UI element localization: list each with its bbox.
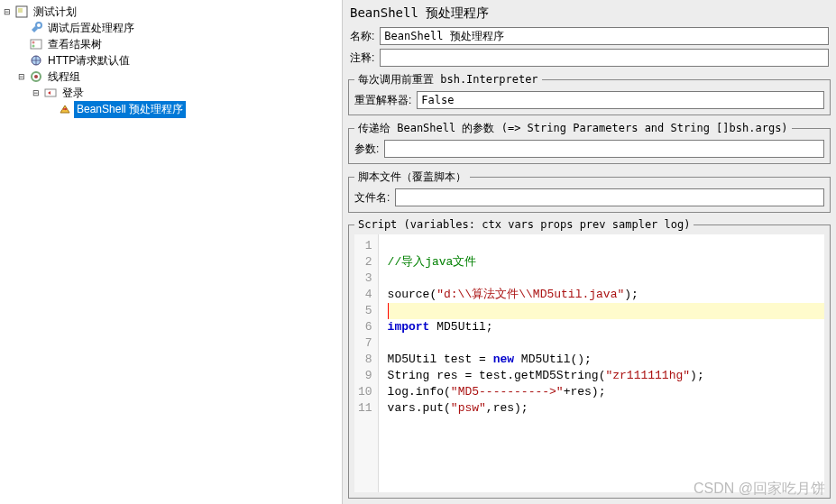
code-line[interactable] xyxy=(388,303,824,319)
tree-label: 查看结果树 xyxy=(45,36,105,53)
tree-item-beanshell-pre[interactable]: BeanShell 预处理程序 xyxy=(2,101,340,117)
script-legend: Script (variables: ctx vars props prev s… xyxy=(354,218,694,231)
tree-toggle-icon[interactable]: ⊟ xyxy=(31,87,41,98)
code-line[interactable] xyxy=(388,335,824,352)
tree-label: HTTP请求默认值 xyxy=(45,52,133,69)
tree-panel: ⊟ 测试计划 调试后置处理程序 查看结果树 HTTP请求默认值 ⊟ 线程组 ⊟ … xyxy=(0,0,343,504)
scriptfile-fieldset: 脚本文件（覆盖脚本） 文件名: xyxy=(348,170,831,213)
tree-label: 登录 xyxy=(60,85,87,102)
tree-toggle-icon[interactable]: ⊟ xyxy=(2,6,13,17)
code-line[interactable]: import MD5Util; xyxy=(388,319,824,335)
scriptfile-input[interactable] xyxy=(395,188,824,206)
tree-toggle-icon[interactable]: ⊟ xyxy=(16,71,27,82)
code-line[interactable]: log.info("MD5---------->"+res); xyxy=(388,384,824,400)
tree-item-thread-group[interactable]: ⊟ 线程组 xyxy=(2,69,340,85)
svg-point-2 xyxy=(36,23,41,28)
reset-input[interactable] xyxy=(417,91,824,109)
code-line[interactable]: source("d:\\算法文件\\MD5util.java"); xyxy=(388,287,824,303)
reset-label: 重置解释器: xyxy=(354,93,411,108)
results-tree-icon xyxy=(29,37,43,51)
svg-point-8 xyxy=(34,75,38,78)
comment-input[interactable] xyxy=(380,49,829,67)
tree-item-http-defaults[interactable]: HTTP请求默认值 xyxy=(2,52,340,69)
params-legend: 传递给 BeanShell 的参数 (=> String Parameters … xyxy=(354,121,792,136)
testplan-icon xyxy=(14,5,29,19)
reset-interpreter-fieldset: 每次调用前重置 bsh.Interpreter 重置解释器: xyxy=(348,72,831,115)
tree-item-view-results[interactable]: 查看结果树 xyxy=(2,36,340,52)
editor-panel: BeanShell 预处理程序 名称: 注释: 每次调用前重置 bsh.Inte… xyxy=(343,0,836,504)
tree-label: 测试计划 xyxy=(31,4,79,21)
preprocessor-icon xyxy=(58,102,72,116)
svg-point-5 xyxy=(32,45,35,48)
tree-item-login[interactable]: ⊟ 登录 xyxy=(2,85,340,101)
scriptfile-legend: 脚本文件（覆盖脚本） xyxy=(354,170,470,185)
scriptfile-label: 文件名: xyxy=(354,190,390,206)
panel-title: BeanShell 预处理程序 xyxy=(343,0,836,25)
http-defaults-icon xyxy=(29,53,43,68)
thread-group-icon xyxy=(29,69,43,84)
script-fieldset: Script (variables: ctx vars props prev s… xyxy=(348,218,831,499)
code-line[interactable]: String res = test.getMD5String("zr111111… xyxy=(388,368,824,384)
svg-point-4 xyxy=(32,41,35,44)
code-line[interactable]: MD5Util test = new MD5Util(); xyxy=(388,352,824,368)
sampler-icon xyxy=(43,86,58,100)
params-label: 参数: xyxy=(354,142,379,157)
comment-label: 注释: xyxy=(350,50,374,66)
wrench-icon xyxy=(29,21,43,35)
line-gutter: 1234567891011 xyxy=(354,234,379,492)
tree-label: 调试后置处理程序 xyxy=(45,20,137,37)
tree-label: BeanShell 预处理程序 xyxy=(74,101,186,118)
code-line[interactable]: vars.put("psw",res); xyxy=(388,400,824,417)
tree-item-debug-post[interactable]: 调试后置处理程序 xyxy=(2,20,340,36)
parameters-fieldset: 传递给 BeanShell 的参数 (=> String Parameters … xyxy=(348,121,831,164)
code-lines[interactable]: //导入java文件source("d:\\算法文件\\MD5util.java… xyxy=(379,234,824,492)
name-label: 名称: xyxy=(350,29,374,44)
code-line[interactable] xyxy=(388,238,824,254)
svg-rect-1 xyxy=(18,8,23,13)
reset-legend: 每次调用前重置 bsh.Interpreter xyxy=(354,72,542,87)
code-line[interactable] xyxy=(388,270,824,287)
tree-label: 线程组 xyxy=(45,69,83,86)
code-editor[interactable]: 1234567891011 //导入java文件source("d:\\算法文件… xyxy=(354,234,824,492)
params-input[interactable] xyxy=(384,140,824,158)
name-input[interactable] xyxy=(380,27,829,45)
code-line[interactable]: //导入java文件 xyxy=(388,254,824,270)
tree-item-testplan[interactable]: ⊟ 测试计划 xyxy=(2,4,340,20)
svg-rect-3 xyxy=(31,40,41,49)
